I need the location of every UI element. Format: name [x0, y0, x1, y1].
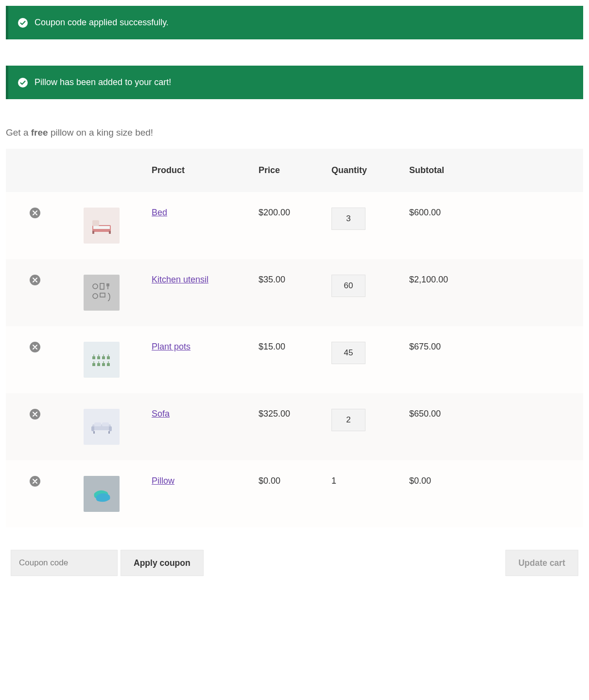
svg-rect-5: [92, 231, 94, 234]
cart-row: Plant pots $15.00 $675.00: [6, 326, 583, 393]
coupon-input[interactable]: [11, 550, 118, 576]
svg-rect-10: [100, 293, 105, 297]
remove-button[interactable]: [30, 476, 40, 487]
price-cell: $15.00: [254, 326, 327, 393]
product-thumbnail[interactable]: [84, 208, 120, 244]
subtotal-cell: $675.00: [404, 326, 583, 393]
update-cart-button[interactable]: Update cart: [505, 550, 578, 576]
cart-row: Pillow $0.00 1 $0.00: [6, 460, 583, 527]
check-circle-icon: [18, 78, 28, 88]
product-link[interactable]: Pillow: [152, 476, 174, 486]
notice-added: Pillow has been added to your cart!: [6, 66, 583, 99]
remove-button[interactable]: [30, 275, 40, 285]
product-thumbnail[interactable]: [84, 409, 120, 445]
svg-rect-15: [92, 363, 95, 366]
notice-coupon: Coupon code applied successfully.: [6, 6, 583, 39]
actions-row: Apply couponUpdate cart: [6, 527, 583, 592]
svg-rect-23: [102, 422, 109, 426]
quantity-input[interactable]: [331, 275, 365, 297]
quantity-text: 1: [331, 476, 336, 486]
apply-coupon-button[interactable]: Apply coupon: [121, 550, 204, 576]
remove-button[interactable]: [30, 409, 40, 420]
header-subtotal: Subtotal: [404, 149, 583, 192]
product-thumbnail[interactable]: [84, 476, 120, 512]
svg-rect-6: [109, 231, 111, 234]
price-cell: $35.00: [254, 259, 327, 326]
price-cell: $200.00: [254, 192, 327, 259]
svg-rect-3: [92, 220, 99, 226]
svg-rect-8: [100, 283, 104, 289]
notice-text: Coupon code applied successfully.: [35, 18, 169, 27]
svg-rect-14: [107, 356, 110, 359]
cart-row: Sofa $325.00 $650.00: [6, 393, 583, 460]
header-quantity: Quantity: [327, 149, 404, 192]
promo-text: Get a free pillow on a king size bed!: [6, 127, 583, 138]
close-icon: [33, 412, 37, 417]
product-thumbnail[interactable]: [84, 342, 120, 378]
quantity-input[interactable]: [331, 208, 365, 230]
subtotal-cell: $0.00: [404, 460, 583, 527]
svg-point-0: [18, 18, 28, 28]
header-product: Product: [147, 149, 254, 192]
cart-table: Product Price Quantity Subtotal Bed $200…: [6, 149, 583, 592]
svg-rect-20: [91, 426, 94, 431]
svg-point-7: [93, 284, 98, 289]
quantity-input[interactable]: [331, 342, 365, 364]
close-icon: [33, 479, 37, 484]
check-circle-icon: [18, 18, 28, 28]
svg-point-9: [93, 294, 98, 298]
quantity-input[interactable]: [331, 409, 365, 431]
svg-rect-25: [108, 431, 110, 434]
header-row: Product Price Quantity Subtotal: [6, 149, 583, 192]
subtotal-cell: $600.00: [404, 192, 583, 259]
cart-row: Kitchen utensil $35.00 $2,100.00: [6, 259, 583, 326]
product-thumbnail[interactable]: [84, 275, 120, 311]
svg-point-1: [18, 78, 28, 88]
subtotal-cell: $2,100.00: [404, 259, 583, 326]
remove-button[interactable]: [30, 208, 40, 218]
product-link[interactable]: Sofa: [152, 409, 170, 419]
remove-button[interactable]: [30, 342, 40, 352]
svg-rect-13: [102, 356, 105, 359]
svg-rect-11: [92, 356, 95, 359]
close-icon: [33, 345, 37, 350]
svg-rect-21: [109, 426, 112, 431]
svg-rect-16: [97, 363, 100, 366]
notice-text: Pillow has been added to your cart!: [35, 77, 171, 87]
svg-rect-4: [93, 226, 110, 229]
svg-rect-17: [102, 363, 105, 366]
svg-rect-24: [93, 431, 95, 434]
svg-rect-22: [94, 422, 101, 426]
product-link[interactable]: Plant pots: [152, 342, 191, 351]
header-price: Price: [254, 149, 327, 192]
price-cell: $325.00: [254, 393, 327, 460]
subtotal-cell: $650.00: [404, 393, 583, 460]
price-cell: $0.00: [254, 460, 327, 527]
close-icon: [33, 210, 37, 215]
product-link[interactable]: Kitchen utensil: [152, 275, 208, 284]
svg-rect-18: [107, 363, 110, 366]
svg-rect-12: [97, 356, 100, 359]
product-link[interactable]: Bed: [152, 208, 167, 217]
cart-row: Bed $200.00 $600.00: [6, 192, 583, 259]
close-icon: [33, 278, 37, 282]
